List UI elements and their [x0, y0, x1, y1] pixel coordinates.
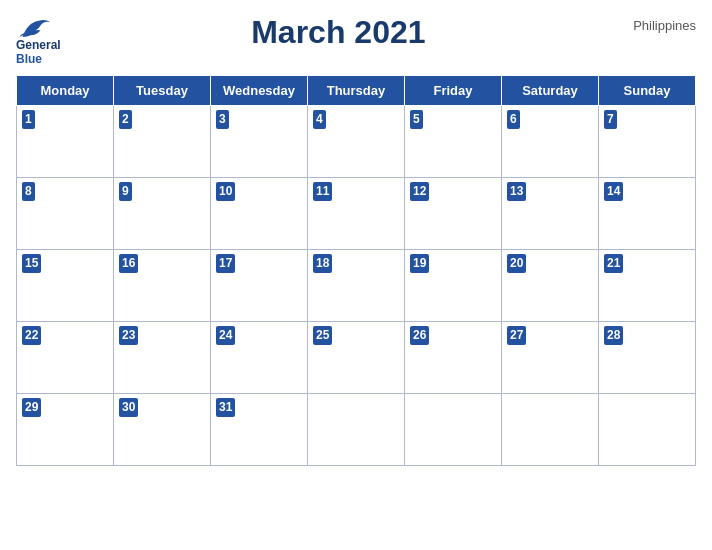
day-number: 3 [216, 110, 229, 129]
weekday-tuesday: Tuesday [114, 75, 211, 105]
day-number: 9 [119, 182, 132, 201]
day-number: 17 [216, 254, 235, 273]
calendar-day-cell: 21 [599, 249, 696, 321]
day-number: 25 [313, 326, 332, 345]
calendar-day-cell: 10 [211, 177, 308, 249]
day-number: 15 [22, 254, 41, 273]
day-number: 4 [313, 110, 326, 129]
calendar-day-cell: 8 [17, 177, 114, 249]
day-number: 19 [410, 254, 429, 273]
day-number: 30 [119, 398, 138, 417]
logo-text: General Blue [16, 38, 61, 67]
logo-area: General Blue [16, 14, 61, 67]
calendar-day-cell: 15 [17, 249, 114, 321]
day-number: 18 [313, 254, 332, 273]
day-number: 26 [410, 326, 429, 345]
weekday-monday: Monday [17, 75, 114, 105]
day-number: 1 [22, 110, 35, 129]
calendar-day-cell: 25 [308, 321, 405, 393]
day-number: 10 [216, 182, 235, 201]
weekday-header-row: Monday Tuesday Wednesday Thursday Friday… [17, 75, 696, 105]
weekday-wednesday: Wednesday [211, 75, 308, 105]
calendar-day-cell: 11 [308, 177, 405, 249]
country-label: Philippines [616, 14, 696, 33]
calendar-header: General Blue March 2021 Philippines [16, 10, 696, 69]
calendar-day-cell [599, 393, 696, 465]
day-number: 28 [604, 326, 623, 345]
calendar-day-cell: 29 [17, 393, 114, 465]
day-number: 6 [507, 110, 520, 129]
calendar-container: General Blue March 2021 Philippines Mond… [0, 0, 712, 550]
day-number: 23 [119, 326, 138, 345]
day-number: 12 [410, 182, 429, 201]
day-number: 29 [22, 398, 41, 417]
calendar-week-row: 293031 [17, 393, 696, 465]
day-number: 27 [507, 326, 526, 345]
weekday-saturday: Saturday [502, 75, 599, 105]
calendar-day-cell: 20 [502, 249, 599, 321]
calendar-day-cell: 28 [599, 321, 696, 393]
calendar-day-cell: 2 [114, 105, 211, 177]
calendar-week-row: 22232425262728 [17, 321, 696, 393]
calendar-day-cell [502, 393, 599, 465]
weekday-thursday: Thursday [308, 75, 405, 105]
calendar-day-cell: 3 [211, 105, 308, 177]
day-number: 21 [604, 254, 623, 273]
calendar-week-row: 15161718192021 [17, 249, 696, 321]
calendar-day-cell: 27 [502, 321, 599, 393]
day-number: 16 [119, 254, 138, 273]
day-number: 14 [604, 182, 623, 201]
calendar-day-cell: 16 [114, 249, 211, 321]
day-number: 2 [119, 110, 132, 129]
calendar-day-cell: 26 [405, 321, 502, 393]
weekday-friday: Friday [405, 75, 502, 105]
calendar-day-cell: 12 [405, 177, 502, 249]
day-number: 20 [507, 254, 526, 273]
day-number: 24 [216, 326, 235, 345]
calendar-day-cell: 5 [405, 105, 502, 177]
month-title: March 2021 [61, 14, 616, 51]
calendar-week-row: 891011121314 [17, 177, 696, 249]
calendar-day-cell [405, 393, 502, 465]
calendar-table: Monday Tuesday Wednesday Thursday Friday… [16, 75, 696, 466]
calendar-day-cell: 7 [599, 105, 696, 177]
calendar-day-cell: 19 [405, 249, 502, 321]
calendar-day-cell: 24 [211, 321, 308, 393]
calendar-day-cell [308, 393, 405, 465]
day-number: 13 [507, 182, 526, 201]
calendar-day-cell: 17 [211, 249, 308, 321]
calendar-day-cell: 22 [17, 321, 114, 393]
calendar-day-cell: 30 [114, 393, 211, 465]
day-number: 7 [604, 110, 617, 129]
calendar-day-cell: 6 [502, 105, 599, 177]
calendar-day-cell: 13 [502, 177, 599, 249]
calendar-day-cell: 23 [114, 321, 211, 393]
calendar-day-cell: 31 [211, 393, 308, 465]
calendar-week-row: 1234567 [17, 105, 696, 177]
day-number: 31 [216, 398, 235, 417]
calendar-day-cell: 18 [308, 249, 405, 321]
day-number: 8 [22, 182, 35, 201]
calendar-day-cell: 1 [17, 105, 114, 177]
calendar-day-cell: 14 [599, 177, 696, 249]
day-number: 22 [22, 326, 41, 345]
day-number: 11 [313, 182, 332, 201]
calendar-day-cell: 4 [308, 105, 405, 177]
day-number: 5 [410, 110, 423, 129]
calendar-day-cell: 9 [114, 177, 211, 249]
weekday-sunday: Sunday [599, 75, 696, 105]
